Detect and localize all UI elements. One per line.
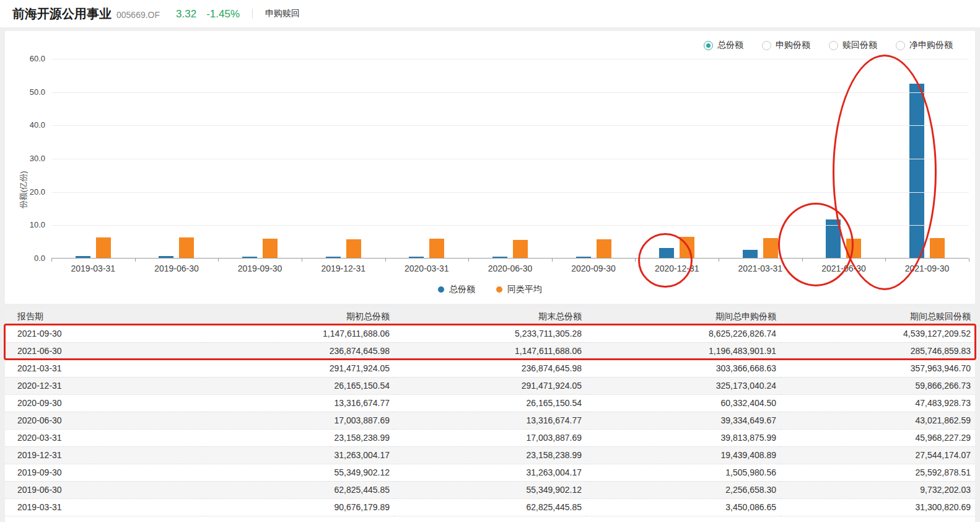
table-cell: 2020-03-31 — [5, 429, 206, 446]
table-cell: 17,003,887.69 — [206, 412, 394, 429]
table-cell: 5,233,711,305.28 — [394, 325, 586, 342]
y-tick-label: 30.0 — [13, 154, 45, 163]
fund-price: 3.32 — [176, 8, 196, 20]
table-row[interactable]: 2020-03-3123,158,238.9917,003,887.6939,8… — [5, 429, 975, 446]
table-cell: 236,874,645.98 — [206, 342, 394, 360]
table-cell: 19,439,408.89 — [586, 446, 781, 464]
legend-item-同类平均[interactable]: 同类平均 — [496, 284, 542, 295]
legend-label: 总份额 — [449, 284, 475, 295]
table-cell: 303,366,668.63 — [586, 360, 781, 377]
fund-shares-page: 前海开源公用事业 005669.OF 3.32 -1.45% 申购赎回 总份额申… — [0, 0, 980, 522]
y-tick-label: 10.0 — [13, 220, 45, 229]
table-row[interactable]: 2021-03-31291,471,924.05236,874,645.9830… — [5, 360, 975, 377]
table-cell: 1,505,980.56 — [586, 464, 781, 481]
table-cell: 325,173,040.24 — [586, 377, 781, 394]
table-row[interactable]: 2019-06-3062,825,445.8555,349,902.122,25… — [5, 481, 975, 498]
table-cell: 2021-09-30 — [5, 325, 206, 342]
legend-item-总份额[interactable]: 总份额 — [438, 284, 475, 295]
x-axis-label: 2021-06-30 — [802, 263, 886, 273]
x-axis-label: 2019-09-30 — [218, 263, 302, 273]
table-cell: 31,263,004.17 — [394, 464, 586, 481]
table-cell: 236,874,645.98 — [394, 360, 586, 377]
table-cell: 26,165,150.54 — [394, 394, 586, 412]
gridline — [51, 59, 969, 60]
table-cell: 291,471,924.05 — [206, 360, 394, 377]
table-cell: 1,196,483,901.91 — [586, 342, 781, 360]
table-cell: 3,450,086.65 — [586, 498, 781, 516]
table-cell: 2,256,658.30 — [586, 481, 781, 498]
table-row[interactable]: 2020-06-3017,003,887.6913,316,674.7739,3… — [5, 412, 975, 429]
axis-tick — [51, 259, 52, 262]
axis-tick — [302, 259, 302, 262]
table-cell: 13,316,674.77 — [206, 394, 394, 412]
axis-tick — [719, 259, 719, 262]
axis-tick — [385, 259, 386, 262]
axis-tick — [552, 259, 553, 262]
table-cell: 2020-06-30 — [5, 412, 206, 429]
bar-总份额 — [576, 257, 591, 258]
table-cell: 26,165,150.54 — [206, 377, 394, 394]
axis-tick — [969, 259, 969, 262]
radio-option-申购份额[interactable]: 申购份额 — [762, 40, 810, 51]
table-cell: 47,483,928.73 — [781, 394, 975, 412]
table-cell: 357,963,946.70 — [781, 360, 975, 377]
fund-change: -1.45% — [206, 8, 240, 20]
x-axis-label: 2019-06-30 — [135, 263, 219, 273]
bar-总份额 — [242, 257, 257, 258]
table-row[interactable]: 2021-06-30236,874,645.981,147,611,688.06… — [5, 342, 975, 360]
shares-table-panel: 报告期期初总份额期末总份额期间总申购份额期间总赎回份额 2021-09-301,… — [5, 308, 975, 522]
bar-同类平均 — [680, 237, 694, 258]
table-cell: 55,349,902.12 — [394, 481, 586, 498]
table-cell: 1,147,611,688.06 — [206, 325, 394, 342]
x-axis-labels: 2019-03-312019-06-302019-09-302019-12-31… — [51, 263, 969, 273]
table-cell: 27,544,174.07 — [781, 446, 975, 464]
x-axis-label: 2019-12-31 — [302, 263, 385, 273]
x-axis-label: 2020-12-31 — [635, 263, 719, 273]
table-cell: 2019-09-30 — [5, 464, 206, 481]
column-header[interactable]: 报告期 — [5, 308, 206, 325]
radio-option-总份额[interactable]: 总份额 — [704, 40, 743, 51]
table-cell: 45,968,227.29 — [781, 429, 975, 446]
column-header[interactable]: 期间总申购份额 — [586, 308, 781, 325]
table-cell: 285,746,859.83 — [781, 342, 975, 360]
column-header[interactable]: 期初总份额 — [206, 308, 394, 325]
bar-同类平均 — [930, 238, 945, 258]
table-row[interactable]: 2020-09-3013,316,674.7726,165,150.5460,3… — [5, 394, 975, 412]
table-row[interactable]: 2021-09-301,147,611,688.065,233,711,305.… — [5, 325, 975, 342]
table-cell: 2019-03-31 — [5, 498, 206, 516]
x-axis-label: 2021-09-30 — [885, 263, 969, 273]
table-cell: 2019-12-31 — [5, 446, 206, 464]
table-cell: 55,349,902.12 — [206, 464, 394, 481]
fund-code: 005669.OF — [116, 10, 160, 20]
bar-同类平均 — [763, 238, 778, 258]
table-row[interactable]: 2019-09-3055,349,902.1231,263,004.171,50… — [5, 464, 975, 481]
share-type-radio-group: 总份额申购份额赎回份额净申购份额 — [704, 40, 953, 51]
table-cell: 23,158,238.99 — [206, 429, 394, 446]
table-row[interactable]: 2019-12-3131,263,004.1723,158,238.9919,4… — [5, 446, 975, 464]
legend-dot — [438, 286, 444, 293]
table-row[interactable]: 2020-12-3126,165,150.54291,471,924.05325… — [5, 377, 975, 394]
table-row[interactable]: 2019-03-3190,676,179.8962,825,445.853,45… — [5, 498, 975, 516]
table-cell: 2019-06-30 — [5, 481, 206, 498]
x-axis-label: 2020-09-30 — [552, 263, 636, 273]
bar-总份额 — [326, 257, 341, 258]
table-cell: 62,825,445.85 — [394, 498, 586, 516]
chart-legend: 总份额同类平均 — [5, 284, 975, 295]
table-cell: 2021-06-30 — [5, 342, 206, 360]
gridline — [51, 92, 969, 93]
legend-dot — [496, 286, 502, 293]
table-cell: 25,592,878.51 — [781, 464, 975, 481]
table-cell: 31,300,820.69 — [781, 498, 975, 516]
axis-tick — [135, 259, 136, 262]
bar-总份额 — [659, 248, 674, 258]
table-cell: 31,263,004.17 — [206, 446, 394, 464]
column-header[interactable]: 期间总赎回份额 — [781, 308, 975, 325]
axis-tick — [468, 259, 469, 262]
bar-同类平均 — [346, 239, 361, 258]
radio-icon — [896, 41, 905, 50]
subscribe-redeem-tab[interactable]: 申购赎回 — [265, 8, 300, 19]
radio-option-净申购份额[interactable]: 净申购份额 — [896, 40, 953, 51]
radio-option-赎回份额[interactable]: 赎回份额 — [829, 40, 877, 51]
column-header[interactable]: 期末总份额 — [394, 308, 586, 325]
y-tick-label: 50.0 — [13, 87, 45, 97]
